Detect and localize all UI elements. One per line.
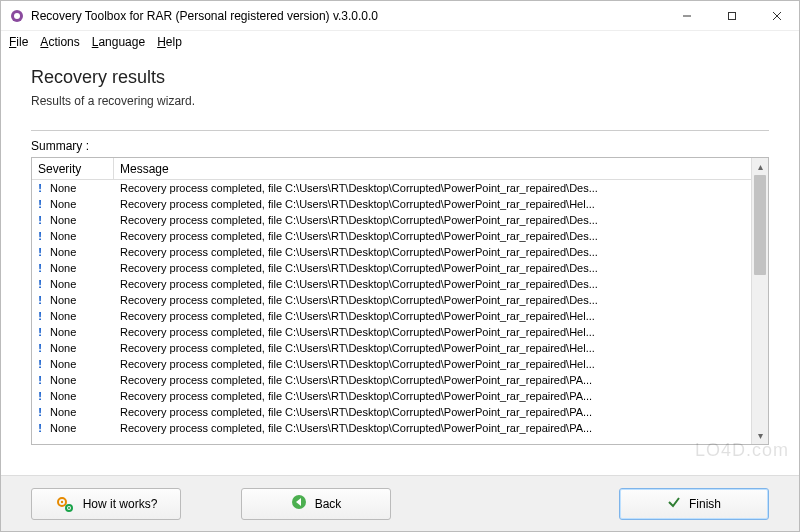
cell-severity: None (48, 214, 114, 226)
table-row[interactable]: !NoneRecovery process completed, file C:… (32, 404, 751, 420)
info-icon: ! (32, 326, 48, 338)
table-row[interactable]: !NoneRecovery process completed, file C:… (32, 212, 751, 228)
results-table: Severity Message !NoneRecovery process c… (31, 157, 769, 445)
summary-label: Summary : (31, 139, 769, 153)
table-row[interactable]: !NoneRecovery process completed, file C:… (32, 340, 751, 356)
table-row[interactable]: !NoneRecovery process completed, file C:… (32, 276, 751, 292)
finish-button[interactable]: Finish (619, 488, 769, 520)
cell-message: Recovery process completed, file C:\User… (114, 262, 751, 274)
menu-actions[interactable]: Actions (40, 35, 79, 49)
cell-severity: None (48, 246, 114, 258)
table-row[interactable]: !NoneRecovery process completed, file C:… (32, 356, 751, 372)
cell-message: Recovery process completed, file C:\User… (114, 198, 751, 210)
info-icon: ! (32, 422, 48, 434)
info-icon: ! (32, 214, 48, 226)
table-row[interactable]: !NoneRecovery process completed, file C:… (32, 228, 751, 244)
cell-severity: None (48, 198, 114, 210)
page-title: Recovery results (31, 67, 769, 88)
cell-message: Recovery process completed, file C:\User… (114, 390, 751, 402)
gears-icon (55, 495, 75, 513)
info-icon: ! (32, 374, 48, 386)
page-subtitle: Results of a recovering wizard. (31, 94, 769, 108)
back-label: Back (315, 497, 342, 511)
svg-point-1 (14, 13, 20, 19)
table-body: !NoneRecovery process completed, file C:… (32, 180, 751, 444)
info-icon: ! (32, 198, 48, 210)
table-row[interactable]: !NoneRecovery process completed, file C:… (32, 388, 751, 404)
watermark: LO4D.com (695, 440, 789, 461)
cell-message: Recovery process completed, file C:\User… (114, 278, 751, 290)
info-icon: ! (32, 342, 48, 354)
menu-help[interactable]: Help (157, 35, 182, 49)
svg-point-9 (68, 507, 70, 509)
info-icon: ! (32, 294, 48, 306)
info-icon: ! (32, 182, 48, 194)
maximize-button[interactable] (709, 1, 754, 30)
info-icon: ! (32, 230, 48, 242)
table-row[interactable]: !NoneRecovery process completed, file C:… (32, 180, 751, 196)
cell-message: Recovery process completed, file C:\User… (114, 214, 751, 226)
cell-message: Recovery process completed, file C:\User… (114, 310, 751, 322)
window-title: Recovery Toolbox for RAR (Personal regis… (31, 9, 664, 23)
table-row[interactable]: !NoneRecovery process completed, file C:… (32, 308, 751, 324)
info-icon: ! (32, 246, 48, 258)
cell-message: Recovery process completed, file C:\User… (114, 358, 751, 370)
table-row[interactable]: !NoneRecovery process completed, file C:… (32, 244, 751, 260)
cell-message: Recovery process completed, file C:\User… (114, 294, 751, 306)
finish-label: Finish (689, 497, 721, 511)
header: Recovery results Results of a recovering… (1, 53, 799, 120)
how-it-works-label: How it works? (83, 497, 158, 511)
window-controls (664, 1, 799, 30)
app-icon (9, 8, 25, 24)
svg-rect-3 (728, 12, 735, 19)
menubar: File Actions Language Help (1, 31, 799, 53)
info-icon: ! (32, 406, 48, 418)
how-it-works-button[interactable]: How it works? (31, 488, 181, 520)
scroll-up-icon[interactable]: ▴ (752, 158, 768, 175)
minimize-button[interactable] (664, 1, 709, 30)
back-button[interactable]: Back (241, 488, 391, 520)
table-row[interactable]: !NoneRecovery process completed, file C:… (32, 372, 751, 388)
svg-point-7 (60, 500, 62, 502)
menu-file[interactable]: File (9, 35, 28, 49)
cell-severity: None (48, 326, 114, 338)
table-row[interactable]: !NoneRecovery process completed, file C:… (32, 324, 751, 340)
cell-message: Recovery process completed, file C:\User… (114, 246, 751, 258)
cell-severity: None (48, 390, 114, 402)
cell-severity: None (48, 294, 114, 306)
close-button[interactable] (754, 1, 799, 30)
cell-severity: None (48, 358, 114, 370)
vertical-scrollbar[interactable]: ▴ ▾ (751, 158, 768, 444)
cell-message: Recovery process completed, file C:\User… (114, 406, 751, 418)
table-header: Severity Message (32, 158, 751, 180)
table-row[interactable]: !NoneRecovery process completed, file C:… (32, 292, 751, 308)
checkmark-icon (667, 495, 681, 512)
info-icon: ! (32, 262, 48, 274)
cell-severity: None (48, 342, 114, 354)
cell-severity: None (48, 406, 114, 418)
cell-message: Recovery process completed, file C:\User… (114, 182, 751, 194)
table-row[interactable]: !NoneRecovery process completed, file C:… (32, 420, 751, 436)
cell-severity: None (48, 278, 114, 290)
table-row[interactable]: !NoneRecovery process completed, file C:… (32, 196, 751, 212)
titlebar: Recovery Toolbox for RAR (Personal regis… (1, 1, 799, 31)
cell-message: Recovery process completed, file C:\User… (114, 230, 751, 242)
button-bar: How it works? Back Finish (1, 475, 799, 531)
cell-severity: None (48, 422, 114, 434)
scroll-thumb[interactable] (754, 175, 766, 275)
cell-message: Recovery process completed, file C:\User… (114, 422, 751, 434)
cell-message: Recovery process completed, file C:\User… (114, 374, 751, 386)
cell-severity: None (48, 310, 114, 322)
info-icon: ! (32, 310, 48, 322)
menu-language[interactable]: Language (92, 35, 145, 49)
column-message[interactable]: Message (114, 162, 751, 176)
column-severity[interactable]: Severity (32, 158, 114, 179)
divider (31, 130, 769, 131)
info-icon: ! (32, 358, 48, 370)
info-icon: ! (32, 390, 48, 402)
cell-message: Recovery process completed, file C:\User… (114, 326, 751, 338)
app-window: Recovery Toolbox for RAR (Personal regis… (0, 0, 800, 532)
cell-message: Recovery process completed, file C:\User… (114, 342, 751, 354)
table-row[interactable]: !NoneRecovery process completed, file C:… (32, 260, 751, 276)
cell-severity: None (48, 230, 114, 242)
